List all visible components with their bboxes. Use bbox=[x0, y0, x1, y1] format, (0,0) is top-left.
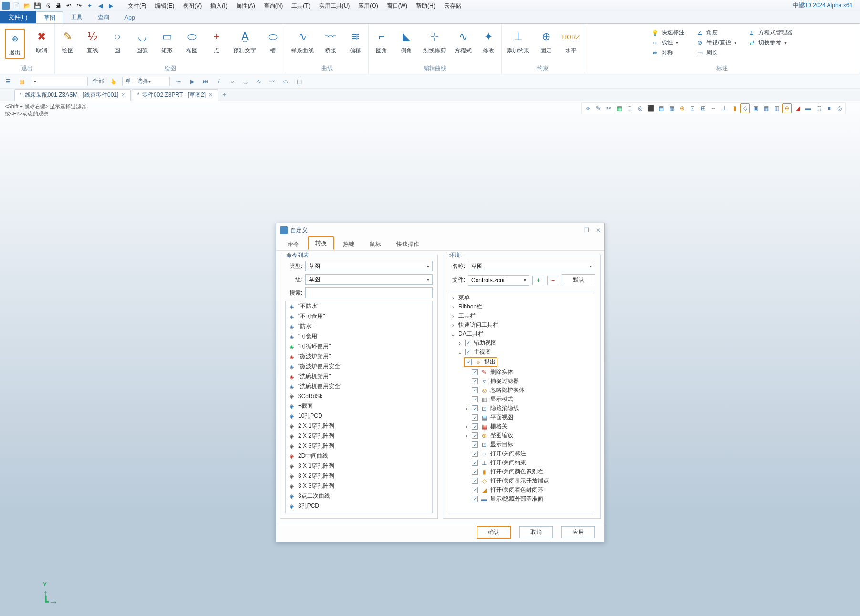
file-tab[interactable]: 文件(F) bbox=[0, 11, 36, 23]
qi1[interactable]: ⤺ bbox=[175, 77, 183, 86]
vt-1[interactable]: ⎆ bbox=[583, 103, 592, 113]
qi6[interactable]: ◡ bbox=[241, 77, 250, 86]
angle-button[interactable]: ∠角度 bbox=[696, 29, 736, 37]
qat-print[interactable]: 🖨 bbox=[44, 2, 52, 10]
list-item[interactable]: ◈2 X 3穿孔阵列 bbox=[286, 441, 432, 451]
tree-item[interactable]: ✓↔打开/关闭标注 bbox=[450, 449, 593, 458]
vt-17[interactable]: ▣ bbox=[751, 103, 760, 113]
list-item[interactable]: ◈"洗碗机禁用" bbox=[286, 371, 432, 381]
qat-open[interactable]: 📂 bbox=[23, 2, 31, 10]
tree-item[interactable]: ✓▥显示模式 bbox=[450, 395, 593, 404]
pick-icon[interactable]: 👆 bbox=[109, 77, 117, 86]
name-select[interactable]: 草图▾ bbox=[468, 261, 595, 271]
list-item[interactable]: ◈2D中间曲线 bbox=[286, 451, 432, 461]
close-icon[interactable]: ✕ bbox=[121, 92, 125, 98]
list-item[interactable]: ◈$CdRdSk bbox=[286, 391, 432, 401]
qat-axis[interactable]: ✦ bbox=[86, 2, 93, 10]
equation-button[interactable]: ∿方程式 bbox=[455, 29, 472, 55]
cancel-button[interactable]: 取消 bbox=[519, 526, 553, 538]
ellipse-button[interactable]: ⬭椭圆 bbox=[184, 29, 200, 55]
tree-item[interactable]: ⌄✓主视图 bbox=[450, 348, 593, 357]
radius-button[interactable]: ⊘半径/直径▾ bbox=[696, 39, 736, 47]
group-select[interactable]: 草图▾ bbox=[305, 274, 433, 285]
tree-item[interactable]: ✓⊥打开/关闭约束 bbox=[450, 458, 593, 467]
horizontal-button[interactable]: HORZ水平 bbox=[563, 29, 579, 55]
tree-item[interactable]: ›✓▦栅格关 bbox=[450, 422, 593, 431]
menu-help[interactable]: 帮助(H) bbox=[413, 0, 438, 11]
tab-query[interactable]: 查询 bbox=[90, 11, 117, 23]
vt-2[interactable]: ✎ bbox=[593, 103, 603, 113]
list-item[interactable]: ◈"微波炉使用安全" bbox=[286, 361, 432, 371]
list-item[interactable]: ◈"可循环使用" bbox=[286, 341, 432, 351]
tree-item[interactable]: ›✓辅助视图 bbox=[450, 339, 593, 348]
menu-insert[interactable]: 插入(I) bbox=[207, 0, 230, 11]
fillet-button[interactable]: ⌐圆角 bbox=[373, 29, 390, 55]
qat-fwd[interactable]: ▶ bbox=[107, 2, 114, 10]
tree-item[interactable]: ✓▿捕捉过滤器 bbox=[450, 377, 593, 386]
vt-20[interactable]: ⊕ bbox=[782, 103, 792, 113]
list-item[interactable]: ◈2 X 1穿孔阵列 bbox=[286, 421, 432, 431]
close-icon[interactable]: ✕ bbox=[208, 92, 213, 98]
qat-new[interactable]: 📄 bbox=[12, 2, 20, 10]
tree-item[interactable]: ›✓⊡隐藏消隐线 bbox=[450, 404, 593, 413]
selection-mode[interactable]: 单一选择▾ bbox=[122, 77, 170, 86]
quickdim-button[interactable]: 💡快速标注 bbox=[651, 29, 684, 37]
tree-item-exit[interactable]: ✓⎆退出 bbox=[450, 357, 593, 368]
menu-query[interactable]: 查询(N) bbox=[261, 0, 286, 11]
tree-item[interactable]: ✓◎忽略隐护实体 bbox=[450, 386, 593, 395]
filter-icon[interactable]: ☰ bbox=[4, 77, 12, 86]
qi2[interactable]: ▶ bbox=[188, 77, 197, 86]
tree-item[interactable]: ✓⊡显示目标 bbox=[450, 440, 593, 449]
perimeter-button[interactable]: ▭周长 bbox=[696, 49, 736, 57]
tree-item[interactable]: ✓▮打开/关闭颜色识别栏 bbox=[450, 467, 593, 476]
menu-edit[interactable]: 编辑(E) bbox=[152, 0, 177, 11]
list-item[interactable]: ◈2 X 2穿孔阵列 bbox=[286, 431, 432, 441]
bridge-button[interactable]: 〰桥接 bbox=[322, 29, 339, 55]
tab-tools[interactable]: 工具 bbox=[63, 11, 90, 23]
cancel-button[interactable]: ✖取消 bbox=[33, 29, 50, 55]
chamfer-button[interactable]: ◣倒角 bbox=[398, 29, 414, 55]
tree-item[interactable]: ✓✎删除实体 bbox=[450, 368, 593, 377]
addconstraint-button[interactable]: ⊥添加约束 bbox=[507, 29, 529, 55]
tree-item[interactable]: ✓▬显示/隐藏外部基准面 bbox=[450, 494, 593, 503]
list-item[interactable]: ◈3 X 1穿孔阵列 bbox=[286, 461, 432, 471]
vt-4[interactable]: ▦ bbox=[614, 103, 624, 113]
ok-button[interactable]: 确认 bbox=[477, 526, 511, 539]
vt-13[interactable]: ↔ bbox=[709, 103, 718, 113]
apply-button[interactable]: 应用 bbox=[561, 526, 595, 538]
vt-18[interactable]: ▦ bbox=[761, 103, 771, 113]
list-item[interactable]: ◈"防水" bbox=[286, 321, 432, 331]
list-item[interactable]: ◈"微波炉禁用" bbox=[286, 351, 432, 361]
tab-sketch[interactable]: 草图 bbox=[36, 11, 63, 23]
menu-window[interactable]: 窗口(W) bbox=[384, 0, 410, 11]
spline-button[interactable]: ∿样条曲线 bbox=[291, 29, 314, 55]
vt-11[interactable]: ⊡ bbox=[688, 103, 697, 113]
arc-button[interactable]: ◡圆弧 bbox=[134, 29, 150, 55]
tree-item[interactable]: ›Ribbon栏 bbox=[450, 302, 593, 311]
vt-24[interactable]: ■ bbox=[824, 103, 834, 113]
vt-19[interactable]: ▥ bbox=[772, 103, 781, 113]
linear-button[interactable]: ↔线性▾ bbox=[651, 39, 684, 47]
qi9[interactable]: ⬭ bbox=[281, 77, 290, 86]
qi10[interactable]: ⬚ bbox=[295, 77, 303, 86]
offset-button[interactable]: ≋偏移 bbox=[347, 29, 363, 55]
menu-tools[interactable]: 工具(T) bbox=[289, 0, 313, 11]
vt-6[interactable]: ◎ bbox=[635, 103, 645, 113]
command-list[interactable]: ◈"不防水"◈"不可食用"◈"防水"◈"可食用"◈"可循环使用"◈"微波炉禁用"… bbox=[285, 301, 433, 513]
slot-button[interactable]: ⬭槽 bbox=[265, 29, 281, 55]
menu-util[interactable]: 实用工具(U) bbox=[316, 0, 353, 11]
qi8[interactable]: 〰 bbox=[268, 77, 277, 86]
restore-icon[interactable]: ❐ bbox=[584, 227, 589, 234]
list-item[interactable]: ◈+截面 bbox=[286, 401, 432, 411]
tab-app[interactable]: App bbox=[117, 11, 142, 23]
vt-22[interactable]: ▬ bbox=[803, 103, 813, 113]
dtab-mouse[interactable]: 鼠标 bbox=[363, 238, 388, 250]
vt-21[interactable]: ◢ bbox=[793, 103, 802, 113]
tree-item[interactable]: ›快速访问工具栏 bbox=[450, 320, 593, 329]
symmetry-button[interactable]: ⇔对称 bbox=[651, 49, 684, 57]
doc-tab-2[interactable]: 零件002.Z3PRT - [草图2]✕ bbox=[132, 89, 218, 101]
exit-button[interactable]: ⎆退出 bbox=[7, 31, 23, 57]
qi4[interactable]: / bbox=[215, 77, 223, 86]
vt-3[interactable]: ✂ bbox=[604, 103, 613, 113]
file-select[interactable]: Controls.zcui▾ bbox=[468, 275, 529, 286]
